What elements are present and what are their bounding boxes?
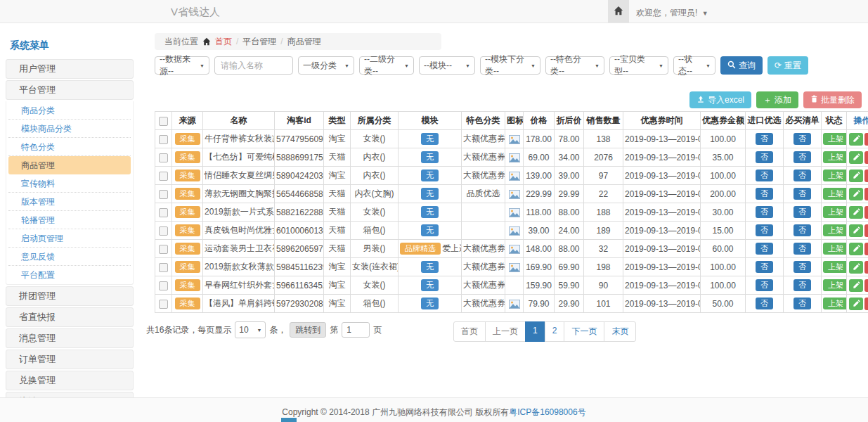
import-select-toggle[interactable]: 否 xyxy=(756,170,773,181)
edit-button[interactable] xyxy=(849,151,863,164)
import-select-toggle[interactable]: 否 xyxy=(756,298,773,309)
delete-button[interactable] xyxy=(864,243,868,255)
sidebar-subitem-意见反馈[interactable]: 意见反馈 xyxy=(8,248,131,266)
search-name-input[interactable] xyxy=(214,56,293,75)
jump-button[interactable]: 跳转到 xyxy=(290,322,326,338)
row-checkbox[interactable] xyxy=(159,135,168,144)
filter-select-1[interactable]: 一级分类▼ xyxy=(298,56,354,75)
sidebar-subitem-平台配置[interactable]: 平台配置 xyxy=(8,266,131,284)
reset-button[interactable]: ⟳ 重置 xyxy=(767,56,808,75)
select-all-checkbox[interactable] xyxy=(159,117,168,126)
delete-button[interactable] xyxy=(864,206,868,219)
must-buy-toggle[interactable]: 否 xyxy=(793,170,811,181)
status-badge[interactable]: 上架 xyxy=(823,224,847,236)
page-number-input[interactable] xyxy=(342,322,370,338)
status-badge[interactable]: 上架 xyxy=(823,206,847,218)
row-checkbox[interactable] xyxy=(159,226,168,236)
edit-button[interactable] xyxy=(849,261,863,274)
must-buy-toggle[interactable]: 否 xyxy=(793,188,811,200)
sidebar-subitem-宣传物料[interactable]: 宣传物料 xyxy=(8,174,131,193)
sidebar-item-兑换管理[interactable]: 兑换管理 xyxy=(6,371,134,390)
sidebar-subitem-特色分类[interactable]: 特色分类 xyxy=(8,138,131,156)
edit-button[interactable] xyxy=(849,243,863,255)
sidebar-subitem-商品分类[interactable]: 商品分类 xyxy=(8,101,131,120)
home-button[interactable] xyxy=(608,0,629,23)
status-badge[interactable]: 上架 xyxy=(823,133,847,145)
page-button-末页[interactable]: 末页 xyxy=(604,321,636,342)
sidebar-subitem-模块商品分类[interactable]: 模块商品分类 xyxy=(8,120,131,138)
row-checkbox[interactable] xyxy=(159,208,168,217)
delete-button[interactable] xyxy=(864,279,868,292)
breadcrumb-home-link[interactable]: 首页 xyxy=(215,36,232,48)
import-select-toggle[interactable]: 否 xyxy=(756,243,773,255)
sidebar-subitem-版本管理[interactable]: 版本管理 xyxy=(8,193,131,211)
must-buy-toggle[interactable]: 否 xyxy=(793,133,811,145)
delete-button[interactable] xyxy=(864,151,868,164)
must-buy-toggle[interactable]: 否 xyxy=(793,243,811,255)
must-buy-toggle[interactable]: 否 xyxy=(793,206,811,218)
filter-select-0[interactable]: --数据来源--▼ xyxy=(155,56,209,75)
filter-select-5[interactable]: --特色分类--▼ xyxy=(545,56,604,75)
import-select-toggle[interactable]: 否 xyxy=(756,206,773,218)
filter-select-4[interactable]: --模块下分类--▼ xyxy=(480,56,540,75)
delete-button[interactable] xyxy=(864,224,868,237)
edit-button[interactable] xyxy=(849,206,863,219)
per-page-select[interactable]: 10 ▼ xyxy=(235,321,266,338)
import-select-toggle[interactable]: 否 xyxy=(756,151,773,163)
page-button-上一页[interactable]: 上一页 xyxy=(485,321,526,342)
delete-button[interactable] xyxy=(864,298,868,310)
import-select-toggle[interactable]: 否 xyxy=(756,224,773,236)
import-excel-button[interactable]: 导入excel xyxy=(689,91,751,108)
edit-button[interactable] xyxy=(849,298,863,310)
sidebar-item-用户管理[interactable]: 用户管理 xyxy=(6,59,134,79)
edit-button[interactable] xyxy=(849,170,863,182)
row-checkbox[interactable] xyxy=(159,300,168,309)
filter-select-2[interactable]: --二级分类--▼ xyxy=(359,56,414,75)
delete-button[interactable] xyxy=(864,133,868,146)
row-checkbox[interactable] xyxy=(159,172,168,181)
icp-link[interactable]: 粤ICP备16098006号 xyxy=(509,407,585,417)
page-button-1[interactable]: 1 xyxy=(525,321,545,342)
user-menu[interactable]: 欢迎您，管理员! ▼ xyxy=(636,7,708,19)
filter-select-3[interactable]: --模块--▼ xyxy=(419,56,475,75)
page-button-下一页[interactable]: 下一页 xyxy=(564,321,604,342)
filter-select-7[interactable]: --状态--▼ xyxy=(673,56,715,75)
row-checkbox[interactable] xyxy=(159,245,168,254)
sidebar-subitem-商品管理[interactable]: 商品管理 xyxy=(8,156,131,174)
row-checkbox[interactable] xyxy=(159,281,168,290)
row-checkbox[interactable] xyxy=(159,190,168,199)
status-badge[interactable]: 上架 xyxy=(823,261,847,273)
edit-button[interactable] xyxy=(849,224,863,237)
sidebar-item-拼团管理[interactable]: 拼团管理 xyxy=(6,286,134,306)
status-badge[interactable]: 上架 xyxy=(823,279,847,291)
delete-button[interactable] xyxy=(864,188,868,200)
must-buy-toggle[interactable]: 否 xyxy=(793,151,811,163)
page-button-首页[interactable]: 首页 xyxy=(453,321,486,342)
import-select-toggle[interactable]: 否 xyxy=(756,261,773,273)
status-badge[interactable]: 上架 xyxy=(823,151,847,163)
row-checkbox[interactable] xyxy=(159,263,168,272)
edit-button[interactable] xyxy=(849,188,863,200)
delete-button[interactable] xyxy=(864,170,868,182)
sidebar-item-订单管理[interactable]: 订单管理 xyxy=(6,350,134,369)
import-select-toggle[interactable]: 否 xyxy=(756,279,773,291)
status-badge[interactable]: 上架 xyxy=(823,243,847,255)
sidebar-subitem-启动页管理[interactable]: 启动页管理 xyxy=(8,229,131,248)
query-button[interactable]: 查询 xyxy=(720,56,763,75)
delete-button[interactable] xyxy=(864,261,868,274)
page-button-2[interactable]: 2 xyxy=(545,321,565,342)
sidebar-item-平台管理[interactable]: 平台管理 xyxy=(6,80,134,100)
sidebar-item-省直快报[interactable]: 省直快报 xyxy=(6,307,134,327)
status-badge[interactable]: 上架 xyxy=(823,170,847,181)
must-buy-toggle[interactable]: 否 xyxy=(793,261,811,273)
row-checkbox[interactable] xyxy=(159,153,168,162)
sidebar-subitem-轮播管理[interactable]: 轮播管理 xyxy=(8,211,131,229)
sidebar-item-消息管理[interactable]: 消息管理 xyxy=(6,328,134,348)
import-select-toggle[interactable]: 否 xyxy=(756,133,773,145)
edit-button[interactable] xyxy=(849,279,863,292)
batch-delete-button[interactable]: 批量删除 xyxy=(803,91,862,108)
must-buy-toggle[interactable]: 否 xyxy=(793,279,811,291)
import-select-toggle[interactable]: 否 xyxy=(756,188,773,200)
edit-button[interactable] xyxy=(849,133,863,146)
status-badge[interactable]: 上架 xyxy=(823,298,847,309)
